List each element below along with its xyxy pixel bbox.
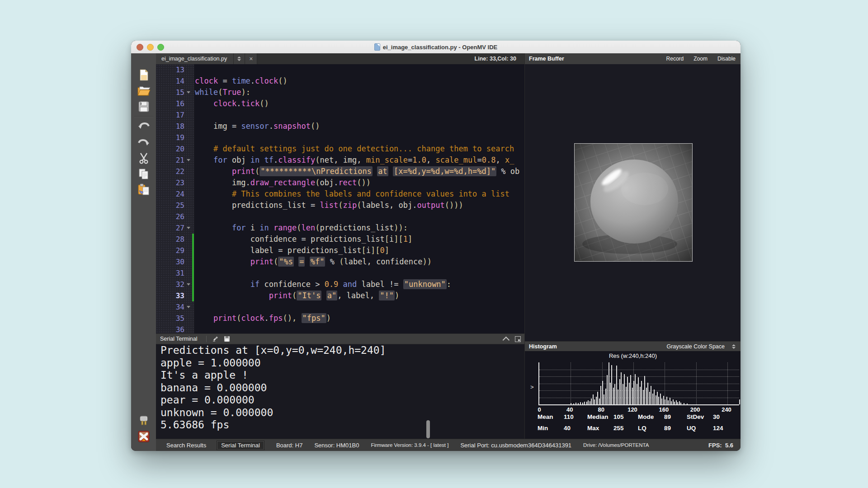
- histogram-bar: [599, 399, 600, 404]
- line-number: 24: [156, 188, 184, 200]
- status-search-results[interactable]: Search Results: [162, 441, 210, 450]
- tab-bar: ei_image_classification.py × Line: 33,Co…: [156, 53, 524, 64]
- histogram-y-control[interactable]: >: [530, 384, 534, 390]
- code-line[interactable]: 14clock = time.clock(): [156, 75, 524, 87]
- line-number: 34: [156, 301, 184, 313]
- close-window-icon[interactable]: [137, 44, 143, 51]
- code-line[interactable]: 36: [156, 324, 524, 333]
- fold-column: [184, 75, 192, 87]
- histogram-bar: [641, 381, 642, 404]
- code-line[interactable]: 34: [156, 301, 524, 313]
- colorspace-select[interactable]: Grayscale Color Space: [666, 343, 725, 350]
- toolbar-separator: [134, 116, 153, 117]
- code-line[interactable]: 22 print("**********\nPredictions at [x=…: [156, 166, 524, 177]
- fold-column: [184, 121, 192, 132]
- status-fps: FPS: 5.6: [708, 442, 733, 449]
- code-line[interactable]: 28 confidence = predictions_list[i][1]: [156, 234, 524, 245]
- code-editor[interactable]: 1314clock = time.clock()15while(True):16…: [156, 64, 524, 333]
- fold-column: [184, 109, 192, 121]
- histogram-bar: [596, 397, 597, 404]
- code-text: print("It's a", label, "!"): [194, 290, 399, 301]
- status-serial-terminal[interactable]: Serial Terminal: [217, 441, 264, 450]
- redo-icon[interactable]: [137, 136, 151, 149]
- histogram-bar: [638, 377, 639, 404]
- connect-icon[interactable]: [137, 414, 151, 427]
- fold-marker-icon[interactable]: [184, 301, 192, 313]
- line-number: 21: [156, 155, 184, 166]
- code-line[interactable]: 32 if confidence > 0.9 and label != "unk…: [156, 279, 524, 290]
- fold-column: [184, 290, 192, 301]
- gridline: [539, 376, 739, 377]
- serial-terminal[interactable]: Predictions at [x=0,y=0,w=240,h=240]appl…: [156, 344, 524, 439]
- histogram-bar: [590, 401, 590, 404]
- paste-icon[interactable]: [137, 183, 151, 197]
- undo-icon[interactable]: [137, 120, 151, 133]
- save-log-icon[interactable]: [222, 335, 231, 343]
- detach-window-icon[interactable]: [515, 336, 521, 342]
- colorspace-spinner-icon[interactable]: [728, 342, 739, 352]
- code-line[interactable]: 29 label = predictions_list[i][0]: [156, 245, 524, 256]
- clear-log-icon[interactable]: [211, 335, 220, 343]
- code-line[interactable]: 27 for i in range(len(predictions_list))…: [156, 222, 524, 234]
- code-line[interactable]: 33 print("It's a", label, "!"): [156, 290, 524, 301]
- histogram-bar: [657, 392, 658, 404]
- fold-marker-icon[interactable]: [184, 87, 192, 98]
- zoom-button[interactable]: Zoom: [693, 56, 708, 62]
- zoom-window-icon[interactable]: [157, 44, 164, 51]
- tab-spinner-icon[interactable]: [233, 53, 245, 64]
- disconnect-icon[interactable]: [137, 430, 151, 443]
- open-file-icon[interactable]: [137, 84, 151, 98]
- stat-lq: LQ89: [638, 425, 687, 432]
- histogram-bar: [676, 400, 677, 404]
- minimize-window-icon[interactable]: [147, 44, 154, 51]
- fold-marker-icon[interactable]: [184, 279, 192, 290]
- histogram-bar: [739, 399, 740, 404]
- code-line[interactable]: 31: [156, 267, 524, 279]
- histogram-bar: [630, 375, 631, 404]
- fold-column: [184, 324, 192, 333]
- fold-marker-icon[interactable]: [184, 222, 192, 234]
- stat-label: Min: [538, 425, 564, 432]
- disable-button[interactable]: Disable: [717, 56, 736, 62]
- frame-buffer-image: [574, 143, 693, 262]
- tab-ei-image-classification[interactable]: ei_image_classification.py ×: [156, 53, 257, 64]
- copy-icon[interactable]: [137, 167, 151, 181]
- record-button[interactable]: Record: [666, 56, 684, 62]
- code-text: clock = time.clock(): [194, 75, 288, 87]
- gridline: [665, 362, 665, 404]
- code-line[interactable]: 17: [156, 109, 524, 121]
- code-line[interactable]: 16 clock.tick(): [156, 98, 524, 109]
- code-line[interactable]: 13: [156, 64, 524, 75]
- histogram-bar: [680, 403, 681, 404]
- code-line[interactable]: 24 # This combines the labels and confid…: [156, 188, 524, 200]
- code-line[interactable]: 18 img = sensor.snapshot(): [156, 121, 524, 132]
- cut-icon[interactable]: [137, 151, 151, 165]
- code-line[interactable]: 26: [156, 211, 524, 222]
- code-text: print(clock.fps(), "fps"): [194, 313, 331, 324]
- tab-close-icon[interactable]: ×: [245, 53, 257, 64]
- code-line[interactable]: 35 print(clock.fps(), "fps"): [156, 313, 524, 324]
- code-line[interactable]: 23 img.draw_rectangle(obj.rect()): [156, 177, 524, 188]
- traffic-lights: [137, 41, 164, 53]
- fold-marker-icon[interactable]: [184, 155, 192, 166]
- code-text: print("%s = %f" % (label, confidence)): [194, 256, 432, 267]
- code-line[interactable]: 30 print("%s = %f" % (label, confidence)…: [156, 256, 524, 267]
- terminal-scrollbar[interactable]: [426, 420, 430, 438]
- code-line[interactable]: 25 predictions_list = list(zip(labels, o…: [156, 200, 524, 211]
- line-number: 35: [156, 313, 184, 324]
- code-line[interactable]: 20 # default settings just do one detect…: [156, 143, 524, 155]
- histogram-bar: [619, 379, 620, 404]
- new-file-icon[interactable]: [137, 68, 151, 82]
- terminal-line: unknown = 0.000000: [156, 407, 524, 419]
- line-number: 32: [156, 279, 184, 290]
- code-line[interactable]: 21 for obj in tf.classify(net, img, min_…: [156, 155, 524, 166]
- code-text: img.draw_rectangle(obj.rect()): [194, 177, 371, 188]
- code-text: # default settings just do one detection…: [194, 143, 514, 155]
- collapse-icon[interactable]: [503, 336, 510, 343]
- histogram-bar: [652, 394, 653, 404]
- code-line[interactable]: 19: [156, 132, 524, 143]
- code-text: [194, 64, 195, 75]
- code-line[interactable]: 15while(True):: [156, 87, 524, 98]
- save-file-icon[interactable]: [137, 100, 151, 113]
- terminal-line: pear = 0.000000: [156, 394, 524, 407]
